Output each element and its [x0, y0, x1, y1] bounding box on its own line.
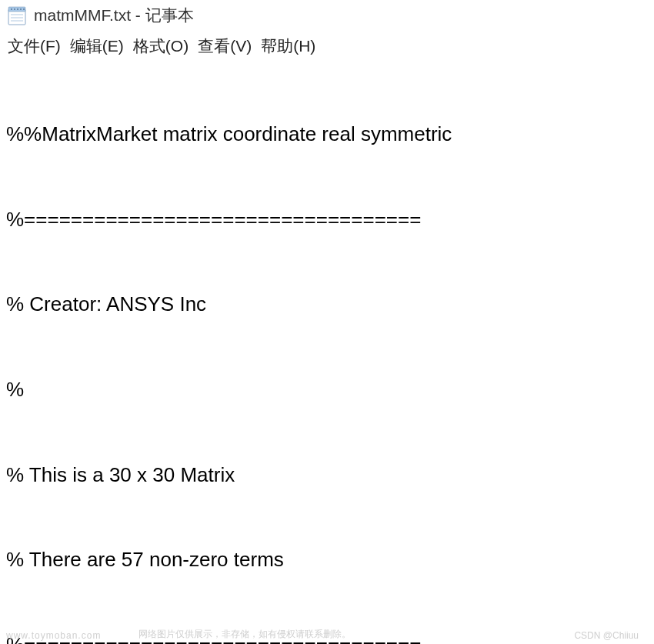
watermark-mid: 网络图片仅供展示，非存储，如有侵权请联系删除。 [138, 628, 351, 641]
svg-point-4 [17, 8, 18, 10]
svg-point-5 [20, 8, 22, 10]
content-line: % [6, 375, 648, 404]
content-line: % There are 57 non-zero terms [6, 546, 648, 574]
menu-help[interactable]: 帮助(H) [261, 35, 315, 57]
menu-bar: 文件(F) 编辑(E) 格式(O) 查看(V) 帮助(H) [0, 29, 654, 62]
content-line: %%MatrixMarket matrix coordinate real sy… [6, 120, 648, 148]
watermark-left: www.toymoban.com [6, 630, 101, 641]
title-bar: matmMMF.txt - 记事本 [0, 0, 654, 29]
menu-edit[interactable]: 编辑(E) [70, 35, 124, 57]
watermark-right: CSDN @Chiiuu [574, 630, 639, 641]
menu-view[interactable]: 查看(V) [198, 35, 252, 57]
content-line: % This is a 30 x 30 Matrix [6, 461, 648, 489]
svg-point-2 [11, 8, 12, 10]
text-content[interactable]: %%MatrixMarket matrix coordinate real sy… [0, 62, 654, 644]
svg-point-3 [14, 8, 15, 10]
menu-format[interactable]: 格式(O) [133, 35, 189, 57]
svg-point-6 [23, 8, 25, 10]
window-title: matmMMF.txt - 记事本 [34, 5, 194, 26]
notepad-icon [6, 5, 28, 26]
menu-file[interactable]: 文件(F) [8, 35, 61, 57]
content-line: %================================== [6, 205, 648, 234]
content-line: % Creator: ANSYS Inc [6, 290, 648, 319]
